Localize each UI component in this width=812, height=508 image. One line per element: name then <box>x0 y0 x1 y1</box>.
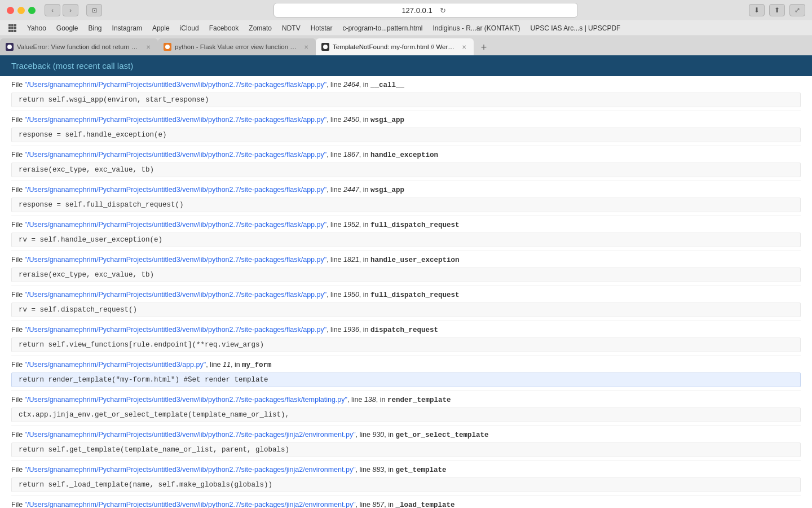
tab-stackoverflow[interactable]: python - Flask Value error view function… <box>158 38 316 55</box>
file-line-5: File "/Users/gnanamephrim/PycharmProject… <box>11 216 801 230</box>
file-link-4[interactable]: "/Users/gnanamephrim/PycharmProjects/unt… <box>25 186 327 194</box>
tab-close-stackoverflow[interactable]: ✕ <box>302 43 310 51</box>
bookmark-apple[interactable]: Apple <box>148 23 174 33</box>
file-link-5[interactable]: "/Users/gnanamephrim/PycharmProjects/unt… <box>25 221 327 229</box>
code-line-11: return self.get_template(template_name_o… <box>11 443 801 457</box>
file-link-13[interactable]: "/Users/gnanamephrim/PycharmProjects/unt… <box>25 501 356 508</box>
traceback-entry-7: File "/Users/gnanamephrim/PycharmProject… <box>11 286 801 321</box>
bookmark-bing[interactable]: Bing <box>84 23 107 33</box>
traceback-entry-2: File "/Users/gnanamephrim/PycharmProject… <box>11 111 801 146</box>
file-link-8[interactable]: "/Users/gnanamephrim/PycharmProjects/unt… <box>25 326 327 334</box>
bookmark-yahoo[interactable]: Yahoo <box>23 23 51 33</box>
reload-button[interactable]: ↻ <box>437 4 449 16</box>
code-line-3: reraise(exc_type, exc_value, tb) <box>11 163 801 177</box>
url-text: 127.0.0.1 <box>401 6 432 15</box>
bookmark-zomato[interactable]: Zomato <box>244 23 276 33</box>
file-line-3: File "/Users/gnanamephrim/PycharmProject… <box>11 146 801 160</box>
file-link-1[interactable]: "/Users/gnanamephrim/PycharmProjects/unt… <box>25 81 327 89</box>
traceback-entry-6: File "/Users/gnanamephrim/PycharmProject… <box>11 251 801 286</box>
file-link-3[interactable]: "/Users/gnanamephrim/PycharmProjects/unt… <box>25 151 327 159</box>
svg-rect-1 <box>11 24 14 27</box>
bookmark-icloud[interactable]: iCloud <box>175 23 204 33</box>
file-link-2[interactable]: "/Users/gnanamephrim/PycharmProjects/unt… <box>25 116 327 124</box>
tab-favicon-stackoverflow <box>164 43 171 51</box>
fullscreen-button[interactable]: ⤢ <box>789 4 805 16</box>
svg-rect-0 <box>8 24 11 27</box>
forward-button[interactable]: › <box>63 4 78 16</box>
file-link-6[interactable]: "/Users/gnanamephrim/PycharmProjects/unt… <box>25 256 327 264</box>
file-line-11: File "/Users/gnanamephrim/PycharmProject… <box>11 426 801 440</box>
svg-rect-6 <box>8 30 11 32</box>
file-line-1: File "/Users/gnanamephrim/PycharmProject… <box>11 76 801 90</box>
title-bar: ‹ › ⊡ 127.0.0.1 ↻ ⬇ ⬆ ⤢ <box>0 0 812 20</box>
svg-rect-7 <box>11 30 14 32</box>
tab-close-werkzeug[interactable]: ✕ <box>460 43 468 51</box>
traceback-entry-13: File "/Users/gnanamephrim/PycharmProject… <box>11 496 801 508</box>
file-link-12[interactable]: "/Users/gnanamephrim/PycharmProjects/unt… <box>25 466 356 474</box>
svg-rect-8 <box>14 30 16 32</box>
code-line-8: return self.view_functions[rule.endpoint… <box>11 338 801 352</box>
code-line-7: rv = self.dispatch_request() <box>11 303 801 317</box>
code-line-9-highlighted: return render_template("my-form.html") #… <box>11 373 801 387</box>
tab-close-sentry[interactable]: ✕ <box>144 43 152 51</box>
close-window-button[interactable] <box>7 7 14 14</box>
tab-werkzeug[interactable]: TemplateNotFound: my-form.html // Werkze… <box>316 38 474 55</box>
tab-sentry[interactable]: ValueError: View function did not return… <box>0 38 158 55</box>
tabs-bar: ValueError: View function did not return… <box>0 36 812 55</box>
bookmark-facebook[interactable]: Facebook <box>205 23 244 33</box>
tab-view-button[interactable]: ⊡ <box>86 4 102 16</box>
file-link-9[interactable]: "/Users/gnanamephrim/PycharmProjects/unt… <box>25 361 206 369</box>
share-button[interactable]: ⬆ <box>769 4 785 16</box>
traceback-header: Traceback (most recent call last) <box>0 55 812 76</box>
bookmark-google[interactable]: Google <box>52 23 83 33</box>
file-line-4: File "/Users/gnanamephrim/PycharmProject… <box>11 181 801 195</box>
svg-rect-5 <box>14 27 16 29</box>
address-bar-container: 127.0.0.1 ↻ <box>107 3 744 17</box>
bookmark-hotstar[interactable]: Hotstar <box>306 23 337 33</box>
code-line-1: return self.wsgi_app(environ, start_resp… <box>11 93 801 107</box>
nav-buttons: ‹ › <box>45 4 78 16</box>
tab-favicon-werkzeug <box>321 43 329 51</box>
bookmark-ndtv[interactable]: NDTV <box>277 23 305 33</box>
file-line-2: File "/Users/gnanamephrim/PycharmProject… <box>11 111 801 125</box>
traceback-entry-10: File "/Users/gnanamephrim/PycharmProject… <box>11 391 801 426</box>
bookmark-upsc[interactable]: UPSC IAS Arc...s | UPSCPDF <box>526 23 625 33</box>
traceback-entry-1: File "/Users/gnanamephrim/PycharmProject… <box>11 76 801 111</box>
traceback-title: Traceback <box>11 61 50 71</box>
grid-icon[interactable] <box>7 23 18 34</box>
minimize-window-button[interactable] <box>17 7 25 14</box>
file-line-13: File "/Users/gnanamephrim/PycharmProject… <box>11 496 801 508</box>
traceback-subtitle: (most recent call last) <box>53 61 134 71</box>
tab-favicon-sentry <box>6 43 14 51</box>
code-line-12: return self._load_template(name, self.ma… <box>11 478 801 492</box>
traceback-entry-12: File "/Users/gnanamephrim/PycharmProject… <box>11 461 801 496</box>
code-line-5: rv = self.handle_user_exception(e) <box>11 233 801 247</box>
new-tab-button[interactable]: + <box>476 40 492 55</box>
file-link-7[interactable]: "/Users/gnanamephrim/PycharmProjects/unt… <box>25 291 327 299</box>
maximize-window-button[interactable] <box>28 7 36 14</box>
svg-rect-4 <box>11 27 14 29</box>
code-line-10: ctx.app.jinja_env.get_or_select_template… <box>11 408 801 422</box>
download-button[interactable]: ⬇ <box>749 4 765 16</box>
file-line-10: File "/Users/gnanamephrim/PycharmProject… <box>11 391 801 405</box>
file-link-11[interactable]: "/Users/gnanamephrim/PycharmProjects/unt… <box>25 431 356 439</box>
code-line-6: reraise(exc_type, exc_value, tb) <box>11 268 801 282</box>
address-bar[interactable]: 127.0.0.1 ↻ <box>273 3 578 17</box>
svg-rect-2 <box>14 24 16 27</box>
file-link-10[interactable]: "/Users/gnanamephrim/PycharmProjects/unt… <box>25 396 347 404</box>
tab-label-stackoverflow: python - Flask Value error view function… <box>175 43 299 50</box>
bookmark-indiginus[interactable]: Indiginus - R...ar (KONTAKT) <box>428 23 524 33</box>
bookmark-cprogram[interactable]: c-program-to...pattern.html <box>338 23 427 33</box>
content-area: Traceback (most recent call last) File "… <box>0 55 812 508</box>
browser-actions: ⬇ ⬆ ⤢ <box>749 4 805 16</box>
traceback-entry-4: File "/Users/gnanamephrim/PycharmProject… <box>11 181 801 216</box>
file-line-6: File "/Users/gnanamephrim/PycharmProject… <box>11 251 801 265</box>
bookmark-instagram[interactable]: Instagram <box>108 23 147 33</box>
traceback-content: File "/Users/gnanamephrim/PycharmProject… <box>0 76 812 508</box>
bookmarks-bar: Yahoo Google Bing Instagram Apple iCloud… <box>0 20 812 36</box>
traceback-entry-3: File "/Users/gnanamephrim/PycharmProject… <box>11 146 801 181</box>
traceback-entry-11: File "/Users/gnanamephrim/PycharmProject… <box>11 426 801 461</box>
code-line-4: response = self.full_dispatch_request() <box>11 198 801 212</box>
back-button[interactable]: ‹ <box>45 4 60 16</box>
traceback-entry-5: File "/Users/gnanamephrim/PycharmProject… <box>11 216 801 251</box>
